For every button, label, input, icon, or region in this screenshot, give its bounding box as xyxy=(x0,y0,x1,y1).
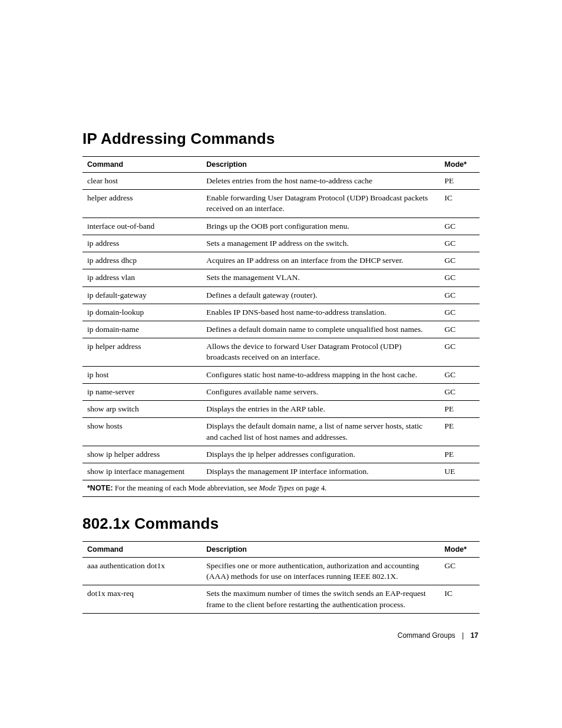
cell-mode: GC xyxy=(440,252,480,269)
cell-command: ip address dhcp xyxy=(82,252,201,269)
cell-mode: GC xyxy=(440,235,480,252)
cell-description: Sets a management IP address on the swit… xyxy=(201,235,439,252)
cell-command: ip domain-lookup xyxy=(82,304,201,321)
cell-mode: GC xyxy=(440,218,480,235)
table-row: ip name-serverConfigures available name … xyxy=(82,383,480,400)
table-row: interface out-of-bandBrings up the OOB p… xyxy=(82,218,480,235)
table-row: clear hostDeletes entries from the host … xyxy=(82,173,480,190)
cell-mode: GC xyxy=(440,558,480,585)
cell-command: ip default-gateway xyxy=(82,286,201,304)
cell-description: Defines a default domain name to complet… xyxy=(201,321,439,338)
cell-description: Configures available name servers. xyxy=(201,383,439,400)
table-row: show ip helper addressDisplays the ip he… xyxy=(82,446,480,463)
cell-command: show hosts xyxy=(82,418,201,446)
cell-command: ip name-server xyxy=(82,383,201,400)
cell-description: Configures static host name-to-address m… xyxy=(201,366,439,383)
table-row: aaa authentication dot1xSpecifies one or… xyxy=(82,558,480,585)
footer-separator-icon: | xyxy=(462,631,464,640)
cell-mode: IC xyxy=(440,585,480,613)
cell-command: ip host xyxy=(82,366,201,383)
table-row: ip addressSets a management IP address o… xyxy=(82,235,480,252)
cell-description: Displays the default domain name, a list… xyxy=(201,418,439,446)
cell-description: Brings up the OOB port configuration men… xyxy=(201,218,439,235)
note-suffix: on page 4. xyxy=(294,484,326,492)
cell-mode: PE xyxy=(440,446,480,463)
note-italic: Mode Types xyxy=(259,484,295,492)
ip-addressing-commands-table: Command Description Mode* clear hostDele… xyxy=(82,156,480,497)
col-command-header: Command xyxy=(82,542,201,558)
cell-description: Displays the ip helper addresses configu… xyxy=(201,446,439,463)
cell-description: Displays the entries in the ARP table. xyxy=(201,401,439,418)
table-row: show ip interface managementDisplays the… xyxy=(82,463,480,480)
cell-description: Specifies one or more authentication, au… xyxy=(201,558,439,585)
8021x-commands-table: Command Description Mode* aaa authentica… xyxy=(82,541,480,614)
cell-description: Displays the management IP interface inf… xyxy=(201,463,439,480)
cell-command: ip address xyxy=(82,235,201,252)
cell-command: show ip interface management xyxy=(82,463,201,480)
cell-mode: GC xyxy=(440,269,480,286)
cell-command: dot1x max-req xyxy=(82,585,201,613)
col-description-header: Description xyxy=(201,157,439,173)
table-row: show arp switchDisplays the entries in t… xyxy=(82,401,480,418)
table-row: ip hostConfigures static host name-to-ad… xyxy=(82,366,480,383)
note-prefix: *NOTE: xyxy=(87,484,113,492)
cell-mode: UE xyxy=(440,463,480,480)
cell-command: ip domain-name xyxy=(82,321,201,338)
cell-description: Enables IP DNS-based host name-to-addres… xyxy=(201,304,439,321)
cell-command: show arp switch xyxy=(82,401,201,418)
col-mode-header: Mode* xyxy=(440,542,480,558)
table-row: ip address vlanSets the management VLAN.… xyxy=(82,269,480,286)
table-row: ip domain-nameDefines a default domain n… xyxy=(82,321,480,338)
table-row: dot1x max-reqSets the maximum number of … xyxy=(82,585,480,613)
cell-command: ip address vlan xyxy=(82,269,201,286)
cell-command: show ip helper address xyxy=(82,446,201,463)
cell-mode: PE xyxy=(440,173,480,190)
footer-section-label: Command Groups xyxy=(398,631,455,640)
table-row: helper addressEnable forwarding User Dat… xyxy=(82,190,480,218)
cell-command: ip helper address xyxy=(82,338,201,366)
col-command-header: Command xyxy=(82,157,201,173)
table-note-row: *NOTE: For the meaning of each Mode abbr… xyxy=(82,480,480,497)
cell-command: aaa authentication dot1x xyxy=(82,558,201,585)
cell-description: Sets the management VLAN. xyxy=(201,269,439,286)
cell-description: Acquires an IP address on an interface f… xyxy=(201,252,439,269)
cell-command: clear host xyxy=(82,173,201,190)
cell-mode: GC xyxy=(440,286,480,304)
col-mode-header: Mode* xyxy=(440,157,480,173)
cell-command: interface out-of-band xyxy=(82,218,201,235)
section-heading-ip-addressing: IP Addressing Commands xyxy=(82,130,480,148)
cell-mode: GC xyxy=(440,321,480,338)
cell-description: Sets the maximum number of times the swi… xyxy=(201,585,439,613)
table-row: ip default-gatewayDefines a default gate… xyxy=(82,286,480,304)
cell-mode: GC xyxy=(440,304,480,321)
cell-mode: IC xyxy=(440,190,480,218)
page-content: IP Addressing Commands Command Descripti… xyxy=(0,0,562,675)
page-footer: Command Groups | 17 xyxy=(82,631,480,640)
cell-mode: PE xyxy=(440,418,480,446)
cell-mode: GC xyxy=(440,383,480,400)
cell-description: Defines a default gateway (router). xyxy=(201,286,439,304)
section-heading-8021x: 802.1x Commands xyxy=(82,515,480,533)
cell-description: Enable forwarding User Datagram Protocol… xyxy=(201,190,439,218)
note-mid: For the meaning of each Mode abbreviatio… xyxy=(113,484,259,492)
cell-mode: GC xyxy=(440,338,480,366)
cell-description: Allows the device to forward User Datagr… xyxy=(201,338,439,366)
col-description-header: Description xyxy=(201,542,439,558)
footer-page-number: 17 xyxy=(471,631,478,640)
cell-mode: PE xyxy=(440,401,480,418)
table-row: show hostsDisplays the default domain na… xyxy=(82,418,480,446)
cell-description: Deletes entries from the host name-to-ad… xyxy=(201,173,439,190)
cell-mode: GC xyxy=(440,366,480,383)
table-row: ip helper addressAllows the device to fo… xyxy=(82,338,480,366)
cell-command: helper address xyxy=(82,190,201,218)
table-row: ip domain-lookupEnables IP DNS-based hos… xyxy=(82,304,480,321)
table-row: ip address dhcpAcquires an IP address on… xyxy=(82,252,480,269)
